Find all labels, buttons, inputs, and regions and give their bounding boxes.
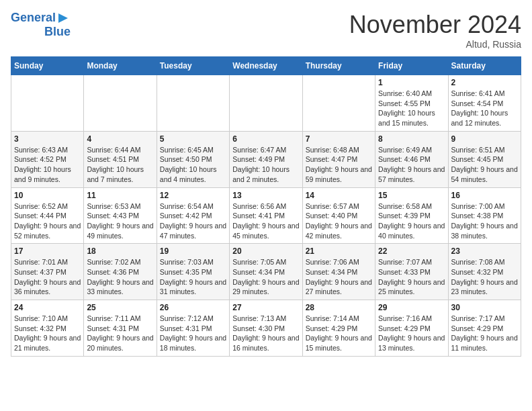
day-number: 19 [160,246,226,256]
day-cell: 21Sunrise: 7:06 AM Sunset: 4:34 PM Dayli… [302,244,375,300]
day-number: 1 [378,78,445,87]
day-cell: 18Sunrise: 7:02 AM Sunset: 4:36 PM Dayli… [84,244,157,300]
day-number: 9 [451,134,518,144]
day-cell: 27Sunrise: 7:13 AM Sunset: 4:30 PM Dayli… [230,300,302,357]
weekday-friday: Friday [375,57,448,75]
day-info: Sunrise: 6:52 AM Sunset: 4:44 PM Dayligh… [14,201,81,241]
day-info: Sunrise: 7:03 AM Sunset: 4:35 PM Dayligh… [160,257,226,297]
day-number: 21 [306,246,372,256]
day-info: Sunrise: 7:01 AM Sunset: 4:37 PM Dayligh… [14,257,81,297]
day-number: 29 [378,303,445,312]
day-number: 14 [306,191,372,200]
day-info: Sunrise: 7:11 AM Sunset: 4:31 PM Dayligh… [87,314,153,353]
week-row-5: 24Sunrise: 7:10 AM Sunset: 4:32 PM Dayli… [11,300,521,357]
weekday-tuesday: Tuesday [157,57,229,75]
day-cell: 4Sunrise: 6:44 AM Sunset: 4:51 PM Daylig… [84,131,157,187]
day-cell: 7Sunrise: 6:48 AM Sunset: 4:47 PM Daylig… [302,131,375,187]
weekday-monday: Monday [84,57,157,75]
week-row-2: 3Sunrise: 6:43 AM Sunset: 4:52 PM Daylig… [11,131,521,187]
day-number: 7 [306,134,372,144]
day-cell: 13Sunrise: 6:56 AM Sunset: 4:41 PM Dayli… [230,187,302,244]
day-number: 22 [378,246,445,256]
day-cell: 23Sunrise: 7:08 AM Sunset: 4:32 PM Dayli… [448,244,521,300]
day-number: 27 [232,303,299,312]
day-info: Sunrise: 6:41 AM Sunset: 4:54 PM Dayligh… [451,89,518,128]
day-number: 26 [160,303,226,312]
day-info: Sunrise: 7:05 AM Sunset: 4:34 PM Dayligh… [232,257,299,297]
day-cell: 5Sunrise: 6:45 AM Sunset: 4:50 PM Daylig… [157,131,229,187]
day-cell: 24Sunrise: 7:10 AM Sunset: 4:32 PM Dayli… [11,300,84,357]
day-info: Sunrise: 6:45 AM Sunset: 4:50 PM Dayligh… [160,145,226,185]
day-cell: 15Sunrise: 6:58 AM Sunset: 4:39 PM Dayli… [375,187,448,244]
day-cell: 12Sunrise: 6:54 AM Sunset: 4:42 PM Dayli… [157,187,229,244]
day-info: Sunrise: 6:47 AM Sunset: 4:49 PM Dayligh… [232,145,299,185]
weekday-saturday: Saturday [448,57,521,75]
day-info: Sunrise: 6:49 AM Sunset: 4:46 PM Dayligh… [378,145,445,185]
day-info: Sunrise: 7:17 AM Sunset: 4:29 PM Dayligh… [451,314,518,353]
day-info: Sunrise: 6:48 AM Sunset: 4:47 PM Dayligh… [306,145,372,185]
weekday-sunday: Sunday [11,57,84,75]
day-cell: 16Sunrise: 7:00 AM Sunset: 4:38 PM Dayli… [448,187,521,244]
day-cell [11,75,84,132]
day-info: Sunrise: 6:43 AM Sunset: 4:52 PM Dayligh… [14,145,81,185]
day-number: 23 [451,246,518,256]
day-cell: 25Sunrise: 7:11 AM Sunset: 4:31 PM Dayli… [84,300,157,357]
day-info: Sunrise: 6:53 AM Sunset: 4:43 PM Dayligh… [87,201,153,241]
logo: General Blue [11,11,71,39]
day-cell: 3Sunrise: 6:43 AM Sunset: 4:52 PM Daylig… [11,131,84,187]
day-cell: 10Sunrise: 6:52 AM Sunset: 4:44 PM Dayli… [11,187,84,244]
day-cell: 28Sunrise: 7:14 AM Sunset: 4:29 PM Dayli… [302,300,375,357]
calendar-body: 1Sunrise: 6:40 AM Sunset: 4:55 PM Daylig… [11,75,521,357]
day-info: Sunrise: 7:13 AM Sunset: 4:30 PM Dayligh… [232,314,299,353]
day-number: 3 [14,134,81,144]
day-cell: 8Sunrise: 6:49 AM Sunset: 4:46 PM Daylig… [375,131,448,187]
day-info: Sunrise: 7:00 AM Sunset: 4:38 PM Dayligh… [451,201,518,241]
day-number: 16 [451,191,518,200]
day-number: 25 [87,303,153,312]
day-number: 24 [14,303,81,312]
logo-arrow-icon [56,11,71,26]
day-cell: 20Sunrise: 7:05 AM Sunset: 4:34 PM Dayli… [230,244,302,300]
day-cell [230,75,302,132]
day-info: Sunrise: 6:54 AM Sunset: 4:42 PM Dayligh… [160,201,226,241]
week-row-3: 10Sunrise: 6:52 AM Sunset: 4:44 PM Dayli… [11,187,521,244]
title-section: November 2024 Altud, Russia [349,11,521,50]
day-info: Sunrise: 7:08 AM Sunset: 4:32 PM Dayligh… [451,257,518,297]
day-cell: 2Sunrise: 6:41 AM Sunset: 4:54 PM Daylig… [448,75,521,132]
location: Altud, Russia [349,39,521,50]
day-info: Sunrise: 6:51 AM Sunset: 4:45 PM Dayligh… [451,145,518,185]
page-header: General Blue November 2024 Altud, Russia [11,11,521,50]
day-info: Sunrise: 7:12 AM Sunset: 4:31 PM Dayligh… [160,314,226,353]
day-info: Sunrise: 6:44 AM Sunset: 4:51 PM Dayligh… [87,145,153,185]
day-number: 30 [451,303,518,312]
day-number: 17 [14,246,81,256]
day-cell [84,75,157,132]
week-row-4: 17Sunrise: 7:01 AM Sunset: 4:37 PM Dayli… [11,244,521,300]
day-info: Sunrise: 6:57 AM Sunset: 4:40 PM Dayligh… [306,201,372,241]
day-number: 2 [451,78,518,87]
day-number: 8 [378,134,445,144]
day-cell: 17Sunrise: 7:01 AM Sunset: 4:37 PM Dayli… [11,244,84,300]
day-number: 28 [306,303,372,312]
logo-blue: Blue [44,26,71,39]
day-info: Sunrise: 7:16 AM Sunset: 4:29 PM Dayligh… [378,314,445,353]
day-info: Sunrise: 6:56 AM Sunset: 4:41 PM Dayligh… [232,201,299,241]
day-info: Sunrise: 6:40 AM Sunset: 4:55 PM Dayligh… [378,89,445,128]
logo-text: General [11,11,56,25]
week-row-1: 1Sunrise: 6:40 AM Sunset: 4:55 PM Daylig… [11,75,521,132]
weekday-header-row: SundayMondayTuesdayWednesdayThursdayFrid… [11,57,521,75]
day-number: 4 [87,134,153,144]
day-cell [302,75,375,132]
day-cell: 29Sunrise: 7:16 AM Sunset: 4:29 PM Dayli… [375,300,448,357]
day-cell: 14Sunrise: 6:57 AM Sunset: 4:40 PM Dayli… [302,187,375,244]
day-number: 20 [232,246,299,256]
day-info: Sunrise: 7:07 AM Sunset: 4:33 PM Dayligh… [378,257,445,297]
day-cell: 1Sunrise: 6:40 AM Sunset: 4:55 PM Daylig… [375,75,448,132]
day-cell [157,75,229,132]
svg-marker-0 [58,13,68,23]
day-cell: 19Sunrise: 7:03 AM Sunset: 4:35 PM Dayli… [157,244,229,300]
day-cell: 11Sunrise: 6:53 AM Sunset: 4:43 PM Dayli… [84,187,157,244]
day-number: 10 [14,191,81,200]
day-cell: 9Sunrise: 6:51 AM Sunset: 4:45 PM Daylig… [448,131,521,187]
day-number: 5 [160,134,226,144]
